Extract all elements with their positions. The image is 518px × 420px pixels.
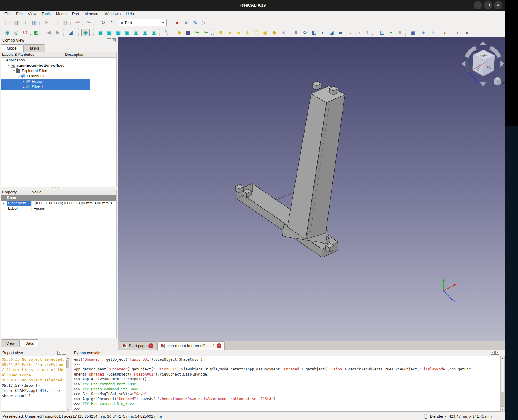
link-import-button[interactable]: ↪ (193, 29, 201, 36)
expand-icon[interactable]: ▸ (1, 201, 7, 206)
expand-arrow-icon[interactable]: ▾ (12, 68, 16, 74)
toolbar-overflow-button[interactable]: » (441, 29, 449, 36)
make-face-button[interactable]: ▰ (336, 29, 345, 36)
shape-builder-button[interactable]: ◆ (270, 29, 278, 36)
property-value[interactable]: Fusion (31, 206, 116, 211)
paste-button[interactable]: ▧ (61, 19, 69, 27)
extrude-button[interactable]: ⇧ (292, 29, 300, 36)
tab-close-icon[interactable]: × (148, 343, 153, 348)
property-header-value[interactable]: Value (31, 190, 116, 195)
view-right-button[interactable]: ▣ (123, 29, 131, 36)
panel-float-icon[interactable]: ▫ (491, 351, 495, 355)
nav-back-button[interactable]: ◀ (45, 29, 53, 36)
fit-selection-button[interactable]: ◎ (12, 29, 20, 36)
toolbar-handle[interactable] (1, 29, 2, 36)
panel-close-icon[interactable]: × (112, 38, 116, 42)
tab-close-icon[interactable]: × (217, 343, 221, 348)
open-document-button[interactable]: ▥ (12, 19, 20, 27)
expand-arrow-icon[interactable]: ▾ (7, 63, 11, 68)
3d-viewport[interactable]: REAR LEFT TOP Y Z (118, 37, 505, 341)
primitive-sphere-button[interactable]: ● (235, 29, 243, 36)
property-row-placement[interactable]: ▸Placement[(0.00 0.00 1.00); 0.00 °; (0.… (1, 201, 116, 206)
ruled-surface-button[interactable]: ▱ (345, 29, 354, 36)
document-tab-start-page[interactable]: Start page× (120, 341, 156, 350)
report-log[interactable]: 05:00:35 No object selected.05:01:39 Par… (1, 356, 66, 412)
scroll-up-icon[interactable]: ▲ (501, 356, 504, 360)
navigation-style-selector[interactable]: Blender ▼ (430, 414, 446, 419)
measure-linear-button[interactable]: ╲ (162, 29, 171, 36)
compound-tools-button[interactable]: ▣▾ (408, 29, 417, 36)
menu-windows[interactable]: Windows (102, 11, 123, 18)
whats-this-button[interactable]: ? (108, 19, 116, 27)
refresh-button[interactable]: ↻ (99, 19, 107, 27)
print-button[interactable]: ▦ (30, 19, 38, 27)
offset-button[interactable]: ⇧▾ (363, 29, 371, 36)
scroll-thumb[interactable] (66, 360, 69, 368)
view-axonometric-button[interactable]: ▣ (96, 29, 104, 36)
undo-button[interactable]: ↶▾ (73, 19, 82, 27)
rotate-cw-arrow[interactable] (500, 61, 504, 67)
tab-tasks[interactable]: Tasks (23, 44, 45, 52)
tree-item-cam-mount-bottom-offset[interactable]: ▾cam-mount-bottom-offset (1, 63, 116, 68)
tree-item-exploded-slice[interactable]: ▾Exploded Slice (1, 68, 116, 74)
panel-close-icon[interactable]: × (62, 351, 66, 355)
macro-record-button[interactable]: ● (173, 19, 181, 27)
macro-stop-button[interactable]: ■ (182, 19, 190, 27)
view-top-button[interactable]: ▣ (114, 29, 122, 36)
property-row-label[interactable]: LabelFusion (1, 206, 116, 211)
panel-float-icon[interactable]: ▫ (57, 351, 61, 355)
scroll-down-icon[interactable]: ▼ (66, 408, 70, 411)
mirror-button[interactable]: ◧ (310, 29, 318, 36)
menu-part[interactable]: Part (69, 11, 82, 18)
view-rear-button[interactable]: ▣ (132, 29, 140, 36)
panel-splitter[interactable] (0, 187, 117, 190)
tilt-up-arrow[interactable] (480, 42, 486, 45)
scroll-up-icon[interactable]: ▲ (66, 356, 70, 360)
tab-data[interactable]: Data (20, 339, 38, 347)
link-navigate-button[interactable]: ◪▾ (66, 29, 75, 36)
primitive-torus-button[interactable]: ◯ (252, 29, 261, 36)
copy-button[interactable]: ▤ (52, 19, 60, 27)
toolbar-overflow-2-button[interactable]: » (463, 29, 471, 36)
title-bar[interactable]: FreeCAD 0.19 — ✕ (0, 0, 505, 11)
tree-header-labels[interactable]: Labels & Attributes (1, 52, 64, 57)
property-value[interactable]: [(0.00 0.00 1.00); 0.00 °; (0.00 mm 0.00… (31, 201, 116, 206)
primitive-box-button[interactable]: ■ (217, 29, 225, 36)
create-primitives-button[interactable]: ∗ (279, 29, 287, 36)
defeaturing-button[interactable]: F (387, 29, 395, 36)
make-link-button[interactable]: ◆ (175, 29, 183, 36)
workbench-selector[interactable]: ■ Part ▼ (119, 19, 167, 26)
menu-file[interactable]: File (2, 11, 13, 18)
rotate-ccw-arrow[interactable] (462, 61, 465, 67)
close-button[interactable]: ✕ (494, 1, 502, 9)
view-left-button[interactable]: ▣ (150, 29, 158, 36)
view-bottom-button[interactable]: ▣ (141, 29, 149, 36)
menu-view[interactable]: View (25, 11, 39, 18)
menu-macro[interactable]: Macro (53, 11, 69, 18)
report-scrollbar[interactable]: ▲ ▼ (66, 356, 70, 412)
tree-item-fusion001[interactable]: ▾Fusion001 (1, 74, 116, 79)
property-header-name[interactable]: Property (1, 190, 31, 195)
cut-button[interactable]: ✂ (43, 19, 51, 27)
property-name[interactable]: Placement (7, 201, 31, 206)
primitive-cylinder-button[interactable]: ● (226, 29, 234, 36)
panel-float-icon[interactable]: ▫ (107, 38, 111, 42)
primitive-cone-button[interactable]: ▲ (243, 29, 252, 36)
box-zoom-button[interactable]: ◉▾ (81, 29, 90, 36)
convert-to-solid-button[interactable]: ■ (396, 29, 404, 36)
menu-help[interactable]: Help (123, 11, 137, 18)
navigation-cube[interactable]: REAR LEFT TOP Y Z (461, 41, 505, 88)
redo-button[interactable]: ↷▾ (84, 19, 93, 27)
python-console-log[interactable]: ent('Unnamed').getObject('Fusion001').Vi… (72, 356, 500, 412)
view-front-button[interactable]: ▣ (105, 29, 113, 36)
document-tab-cam-mount-bottom-offset-1[interactable]: cam-mount-bottom-offset : 1× (157, 341, 225, 350)
maximize-button[interactable] (484, 1, 492, 9)
console-scrollbar[interactable]: ▲ ▼ (500, 356, 505, 412)
thickness-button[interactable]: ◫ (378, 29, 386, 36)
view-isometric-button[interactable]: ◩ (32, 29, 40, 36)
loft-button[interactable]: ▱ (354, 29, 362, 36)
menu-tools[interactable]: Tools (39, 11, 53, 18)
tree-item-slice-1[interactable]: ▸Slice.1 (1, 84, 90, 90)
minimize-button[interactable]: — (474, 1, 482, 9)
scroll-down-icon[interactable]: ▼ (501, 408, 504, 411)
